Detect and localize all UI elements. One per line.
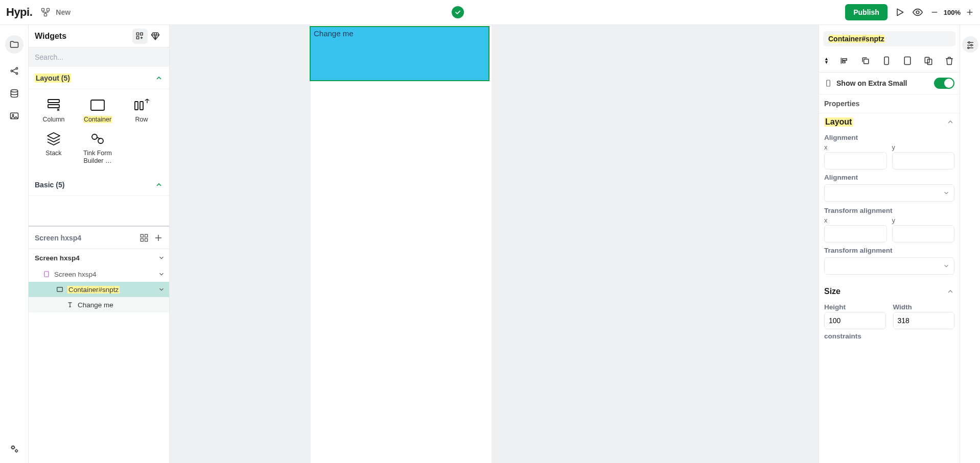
svg-rect-20 <box>136 36 139 39</box>
svg-rect-35 <box>57 287 63 291</box>
tree-panel: Screen hxsp4 Screen hxsp4 Screen hxsp4 C… <box>29 227 170 463</box>
svg-line-12 <box>12 71 16 73</box>
height-input[interactable] <box>824 312 886 329</box>
trash-icon[interactable] <box>944 56 954 66</box>
topbar: Hypi. New Publish 100% <box>0 0 980 25</box>
layout-section[interactable]: Layout <box>819 113 960 131</box>
svg-marker-3 <box>897 9 903 15</box>
transform-alignment-label: Transform alignment <box>819 204 960 215</box>
chevron-up-icon <box>155 181 163 189</box>
svg-point-26 <box>92 134 97 139</box>
transform-alignment-select[interactable] <box>824 257 954 275</box>
svg-rect-34 <box>44 272 49 277</box>
section-basic[interactable]: Basic (5) <box>29 174 169 196</box>
share-icon[interactable] <box>9 66 19 76</box>
width-input[interactable] <box>893 312 955 329</box>
plus-icon[interactable] <box>154 233 163 242</box>
widget-tink-form[interactable]: Tink Form Builder … <box>76 128 120 169</box>
zoom-in-icon[interactable] <box>966 8 974 16</box>
new-label[interactable]: New <box>56 8 71 16</box>
right-rail <box>960 25 980 463</box>
svg-rect-21 <box>48 100 59 103</box>
text-icon <box>66 301 74 308</box>
tree-container[interactable]: Container#snptz <box>29 282 169 297</box>
svg-rect-1 <box>47 9 50 11</box>
svg-rect-30 <box>141 238 143 241</box>
svg-point-46 <box>968 42 970 43</box>
folder-icon[interactable] <box>5 35 24 54</box>
size-section[interactable]: Size <box>819 283 960 300</box>
logo[interactable]: Hypi. <box>6 6 32 19</box>
widget-row[interactable]: Row <box>120 94 164 128</box>
alignment-y-input[interactable] <box>892 152 955 169</box>
svg-rect-2 <box>44 14 47 16</box>
tablet-icon[interactable] <box>902 56 913 66</box>
properties-heading: Properties <box>819 94 960 113</box>
properties-panel: Container#snptz ▲▼ Show on Extra Small P… <box>819 25 960 463</box>
height-label: Height <box>824 300 886 312</box>
preview-icon[interactable] <box>912 7 923 18</box>
svg-point-48 <box>970 44 972 46</box>
svg-rect-42 <box>925 57 929 63</box>
widget-stack[interactable]: Stack <box>32 128 76 169</box>
svg-rect-43 <box>927 59 931 65</box>
canvas-container-text: Change me <box>314 29 354 38</box>
phone-icon <box>824 79 832 87</box>
svg-rect-24 <box>135 102 138 110</box>
align-icon[interactable] <box>839 56 850 66</box>
show-on-label: Show on Extra Small <box>836 79 907 87</box>
tree-screen[interactable]: Screen hxsp4 <box>29 266 169 282</box>
left-rail <box>0 25 29 463</box>
reorder-icon[interactable]: ▲▼ <box>824 57 829 64</box>
widgets-title: Widgets <box>35 32 66 41</box>
canvas[interactable]: Change me <box>170 25 832 463</box>
canvas-container[interactable]: Change me <box>310 26 489 81</box>
widget-column[interactable]: Column <box>32 94 76 128</box>
publish-button[interactable]: Publish <box>845 4 888 20</box>
svg-rect-28 <box>141 234 143 237</box>
svg-rect-0 <box>42 9 44 11</box>
show-on-toggle[interactable] <box>934 78 954 89</box>
status-check-icon <box>452 6 464 18</box>
alignment2-label: Alignment <box>819 170 960 182</box>
svg-point-4 <box>916 11 919 14</box>
width-label: Width <box>893 300 955 312</box>
svg-rect-38 <box>843 61 845 63</box>
duplicate-icon[interactable] <box>923 56 934 66</box>
settings-icon[interactable] <box>9 444 19 454</box>
widgets-panel: Widgets Search... Layout (5) Column Cont… <box>29 25 170 227</box>
device-icon[interactable] <box>881 56 892 66</box>
play-icon[interactable] <box>895 7 905 17</box>
screen-icon <box>43 271 50 278</box>
svg-rect-39 <box>864 59 869 64</box>
image-icon[interactable] <box>9 111 19 121</box>
selected-element-title: Container#snptz <box>823 31 955 46</box>
transform-y-input[interactable] <box>892 225 955 242</box>
copy-icon[interactable] <box>860 56 871 66</box>
transform-x-input[interactable] <box>824 225 887 242</box>
database-icon[interactable] <box>9 88 19 99</box>
search-input[interactable]: Search... <box>29 47 169 67</box>
svg-point-50 <box>967 47 969 48</box>
zoom-out-icon[interactable] <box>930 8 939 16</box>
sliders-icon[interactable] <box>962 36 978 53</box>
svg-rect-37 <box>843 59 847 60</box>
artboard[interactable]: Change me <box>311 25 492 463</box>
svg-rect-31 <box>145 238 148 241</box>
svg-point-27 <box>98 138 103 143</box>
grid-icon[interactable] <box>139 233 149 242</box>
svg-rect-22 <box>48 105 59 108</box>
alignment-select[interactable] <box>824 184 954 202</box>
tree-root[interactable]: Screen hxsp4 <box>29 249 169 266</box>
sitemap-icon[interactable] <box>40 7 51 17</box>
svg-rect-40 <box>884 57 889 65</box>
svg-rect-41 <box>904 57 911 65</box>
chevron-up-icon <box>946 287 954 296</box>
section-layout[interactable]: Layout (5) <box>29 67 169 89</box>
svg-rect-29 <box>145 234 148 237</box>
diamond-icon[interactable] <box>148 29 163 44</box>
widgets-grid-icon[interactable] <box>132 29 148 44</box>
tree-text[interactable]: Change me <box>29 297 169 312</box>
widget-container[interactable]: Container <box>76 94 120 128</box>
alignment-x-input[interactable] <box>824 152 887 169</box>
